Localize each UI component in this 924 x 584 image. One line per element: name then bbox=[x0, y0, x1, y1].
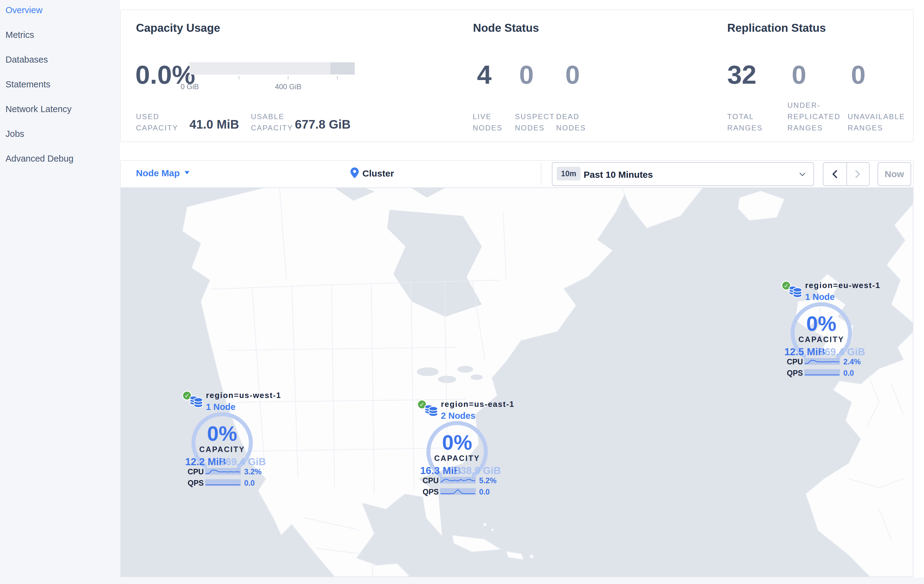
marker-region-label: region=eu-west-1 bbox=[805, 281, 881, 290]
view-selector-label: Node Map bbox=[136, 168, 180, 178]
database-stack-icon bbox=[424, 403, 439, 417]
total-ranges-count: 32 bbox=[727, 61, 757, 88]
total-ranges-label: TOTALRANGES bbox=[727, 111, 763, 133]
qps-sparkline bbox=[205, 479, 241, 486]
sidebar-item-overview[interactable]: Overview bbox=[5, 5, 43, 15]
marker-total-capacity: 169.4 GiB bbox=[819, 346, 865, 358]
unavailable-ranges-label: UNAVAILABLERANGES bbox=[848, 111, 905, 133]
time-range-dropdown[interactable]: 10m Past 10 Minutes bbox=[552, 162, 814, 186]
cpu-value: 2.4% bbox=[843, 357, 861, 366]
locality-marker-us-east-1[interactable]: ✓ region=us-east-1 2 Nodes 0% CAPACITY 1… bbox=[417, 398, 503, 499]
qps-value: 0.0 bbox=[479, 487, 490, 496]
cpu-value: 3.2% bbox=[244, 467, 262, 476]
capacity-axis-label-0: 0 GiB bbox=[165, 82, 214, 91]
used-capacity-label: USED CAPACITY bbox=[136, 111, 178, 133]
marker-capacity-caption: CAPACITY bbox=[789, 335, 853, 344]
time-range-badge: 10m bbox=[557, 167, 581, 181]
suspect-nodes-count: 0 bbox=[519, 61, 534, 88]
time-step-forward-button[interactable] bbox=[846, 163, 869, 186]
qps-label: QPS bbox=[188, 479, 204, 487]
capacity-axis-tick bbox=[288, 76, 289, 79]
capacity-usage-title: Capacity Usage bbox=[136, 22, 220, 35]
view-selector-dropdown[interactable]: Node Map bbox=[136, 168, 190, 178]
chevron-down-icon bbox=[799, 173, 805, 176]
database-stack-icon bbox=[189, 394, 204, 408]
breadcrumb[interactable]: Cluster bbox=[350, 168, 394, 179]
qps-value: 0.0 bbox=[843, 368, 854, 378]
usable-capacity-label-line2: CAPACITY bbox=[251, 124, 293, 132]
capacity-bar bbox=[190, 62, 355, 74]
sidebar-item-statements[interactable]: Statements bbox=[5, 79, 50, 89]
live-nodes-label: LIVENODES bbox=[473, 111, 503, 133]
cpu-label: CPU bbox=[422, 476, 439, 485]
qps-value: 0.0 bbox=[244, 479, 255, 487]
marker-header: region=us-east-1 2 Nodes bbox=[441, 400, 515, 421]
toolbar-divider bbox=[541, 163, 541, 185]
time-step-buttons bbox=[823, 162, 870, 186]
map-toolbar: Node Map Cluster 10m Past 10 Minutes bbox=[121, 161, 913, 188]
cpu-sparkline bbox=[440, 477, 476, 484]
breadcrumb-label: Cluster bbox=[362, 168, 394, 178]
used-capacity-label-line1: USED bbox=[136, 112, 160, 121]
marker-capacity-percent: 0% bbox=[789, 311, 853, 336]
time-range-label: Past 10 Minutes bbox=[584, 169, 653, 180]
node-map-panel: Node Map Cluster 10m Past 10 Minutes bbox=[120, 160, 914, 577]
usable-capacity-value: 677.8 GiB bbox=[295, 118, 350, 132]
chevron-left-icon bbox=[832, 170, 838, 178]
marker-total-capacity: 169.4 GiB bbox=[220, 456, 266, 468]
sidebar: Overview Metrics Databases Statements Ne… bbox=[0, 0, 120, 584]
qps-sparkline bbox=[804, 369, 840, 376]
cpu-sparkline bbox=[804, 358, 840, 365]
under-replicated-ranges-label: UNDER-REPLICATEDRANGES bbox=[787, 100, 841, 133]
marker-capacity-caption: CAPACITY bbox=[425, 454, 489, 463]
unavailable-ranges-count: 0 bbox=[851, 61, 866, 88]
suspect-nodes-label: SUSPECTNODES bbox=[515, 111, 555, 133]
sidebar-item-metrics[interactable]: Metrics bbox=[5, 30, 34, 40]
map-svg bbox=[121, 188, 913, 577]
capacity-axis-tick bbox=[190, 76, 190, 79]
sidebar-item-network-latency[interactable]: Network Latency bbox=[5, 104, 71, 114]
cpu-label: CPU bbox=[787, 357, 803, 366]
time-step-back-button[interactable] bbox=[823, 163, 846, 186]
capacity-axis-label-400: 400 GiB bbox=[264, 82, 313, 91]
replication-status-title: Replication Status bbox=[727, 22, 826, 35]
locality-marker-eu-west-1[interactable]: ✓ region=eu-west-1 1 Node 0% CAPACITY 12… bbox=[781, 280, 867, 380]
marker-capacity-percent: 0% bbox=[425, 430, 489, 454]
map-pin-icon bbox=[350, 168, 359, 178]
marker-region-label: region=us-west-1 bbox=[206, 391, 281, 400]
locality-marker-us-west-1[interactable]: ✓ region=us-west-1 1 Node 0% CAPACITY 12… bbox=[182, 390, 268, 490]
marker-region-label: region=us-east-1 bbox=[441, 400, 515, 409]
qps-sparkline bbox=[440, 488, 476, 495]
now-button[interactable]: Now bbox=[878, 162, 911, 186]
capacity-axis-tick bbox=[337, 76, 338, 79]
dead-nodes-count: 0 bbox=[565, 61, 580, 88]
cpu-label: CPU bbox=[188, 467, 204, 476]
database-stack-icon bbox=[788, 284, 803, 298]
usable-capacity-label: USABLE CAPACITY bbox=[251, 111, 293, 133]
marker-capacity-caption: CAPACITY bbox=[190, 445, 254, 454]
qps-label: QPS bbox=[422, 487, 439, 496]
chevron-right-icon bbox=[855, 170, 860, 178]
marker-header: region=us-west-1 1 Node bbox=[206, 391, 281, 412]
cpu-sparkline bbox=[205, 468, 241, 475]
sidebar-item-advanced-debug[interactable]: Advanced Debug bbox=[5, 154, 74, 164]
marker-total-capacity: 338.9 GiB bbox=[455, 465, 501, 477]
used-capacity-value: 41.0 MiB bbox=[190, 118, 239, 132]
usable-capacity-label-line1: USABLE bbox=[251, 112, 284, 121]
sidebar-item-databases[interactable]: Databases bbox=[5, 55, 48, 65]
cpu-value: 5.2% bbox=[479, 476, 497, 485]
marker-header: region=eu-west-1 1 Node bbox=[805, 281, 881, 302]
live-nodes-count: 4 bbox=[477, 61, 492, 88]
dead-nodes-label: DEADNODES bbox=[556, 111, 586, 133]
sidebar-item-jobs[interactable]: Jobs bbox=[5, 129, 24, 139]
caret-down-icon bbox=[185, 171, 190, 174]
cluster-summary-panel: Capacity Usage 0.0% 0 GiB 400 GiB USED C… bbox=[120, 10, 914, 142]
node-status-title: Node Status bbox=[473, 22, 539, 35]
capacity-axis-tick bbox=[239, 76, 239, 79]
capacity-bar-reserved-segment bbox=[330, 62, 355, 74]
used-capacity-label-line2: CAPACITY bbox=[136, 124, 178, 132]
under-replicated-ranges-count: 0 bbox=[792, 61, 806, 88]
marker-capacity-percent: 0% bbox=[190, 421, 254, 445]
qps-label: QPS bbox=[787, 368, 803, 378]
world-map: ✓ region=us-west-1 1 Node 0% CAPACITY 12… bbox=[121, 188, 913, 577]
